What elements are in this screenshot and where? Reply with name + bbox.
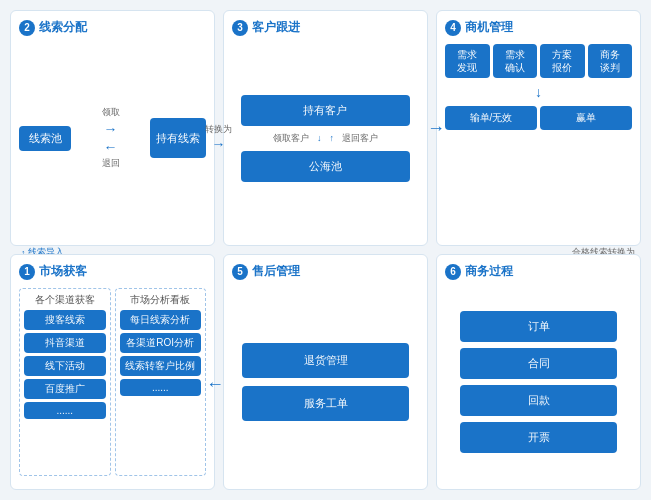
panel4-num: 1: [19, 264, 35, 280]
item-more1: ......: [24, 402, 106, 419]
stage-negotiation: 商务谈判: [588, 44, 633, 78]
panel1-content: 线索池 领取 → ← 退回 持有线索: [19, 44, 206, 232]
lead-arrows: 领取 → ← 退回: [102, 106, 120, 170]
right-arrow-icon2: →: [427, 118, 445, 138]
panel6-title-text: 商务过程: [465, 263, 513, 280]
panel3-num: 4: [445, 20, 461, 36]
panel4-title: 1 市场获客: [19, 263, 206, 280]
panel-customer-followup: 3 客户跟进 持有客户 领取客户 ↓ ↑ 退回客户 公海池 →: [223, 10, 428, 246]
panel1-title-text: 线索分配: [39, 19, 87, 36]
item-return: 退货管理: [242, 343, 409, 378]
item-service: 服务工单: [242, 386, 409, 421]
right-arrow-icon: →: [212, 136, 226, 152]
panel4-content: 各个渠道获客 搜客线索 抖音渠道 线下活动 百度推广 ...... 市场分析看板…: [19, 288, 206, 476]
owned-leads: 持有线索: [150, 118, 206, 158]
win-deal: 赢单: [540, 106, 632, 130]
return-label: 退回: [102, 157, 120, 170]
item-contract: 合同: [460, 348, 617, 379]
item-more2: ......: [120, 379, 202, 396]
col1-items: 搜客线索 抖音渠道 线下活动 百度推广 ......: [24, 310, 106, 419]
main-container: 2 线索分配 线索池 领取 → ← 退回 持有线索 转换为 →: [0, 0, 651, 500]
arrow-right-icon: →: [104, 121, 118, 137]
outcome-boxes: 输单/无效 赢单: [445, 106, 632, 130]
take-label: 领取: [102, 106, 120, 119]
panel5-title-text: 售后管理: [252, 263, 300, 280]
item-payment: 回款: [460, 385, 617, 416]
market-col2: 市场分析看板 每日线索分析 各渠道ROI分析 线索转客户比例 ......: [115, 288, 207, 476]
panel2-to-3-arrow: →: [427, 118, 445, 139]
panel5-from-6-arrow: ←: [206, 373, 224, 394]
col1-title: 各个渠道获客: [24, 293, 106, 307]
panel6-num: 6: [445, 264, 461, 280]
market-col1: 各个渠道获客 搜客线索 抖音渠道 线下活动 百度推广 ......: [19, 288, 111, 476]
item-baidu: 百度推广: [24, 379, 106, 399]
item-daily-analysis: 每日线索分析: [120, 310, 202, 330]
customer-arrows: 领取客户 ↓ ↑ 退回客户: [273, 132, 378, 145]
col2-items: 每日线索分析 各渠道ROI分析 线索转客户比例 ......: [120, 310, 202, 396]
col2-title: 市场分析看板: [120, 293, 202, 307]
panel4-title-text: 市场获客: [39, 263, 87, 280]
panel-lead-distribution: 2 线索分配 线索池 领取 → ← 退回 持有线索 转换为 →: [10, 10, 215, 246]
panel3-title-text: 商机管理: [465, 19, 513, 36]
panel6-content: 订单 合同 回款 开票: [445, 288, 632, 476]
panel6-title: 6 商务过程: [445, 263, 632, 280]
panel2-num: 3: [232, 20, 248, 36]
panel1-num: 2: [19, 20, 35, 36]
panel5-title: 5 售后管理: [232, 263, 419, 280]
public-pool: 公海池: [241, 151, 409, 182]
take-customer-label: 领取客户: [273, 132, 309, 145]
item-invoice: 开票: [460, 422, 617, 453]
panel-aftersales: 5 售后管理 退货管理 服务工单 ←: [223, 254, 428, 490]
down-arrow-icon: ↓: [317, 133, 322, 143]
lead-pool-box: 线索池: [19, 126, 71, 151]
bottom-row: 1 市场获客 各个渠道获客 搜客线索 抖音渠道 线下活动 百度推广 ......…: [10, 254, 641, 490]
panel1-title: 2 线索分配: [19, 19, 206, 36]
panel2-title: 3 客户跟进: [232, 19, 419, 36]
panel5-num: 5: [232, 264, 248, 280]
stage-proposal: 方案报价: [540, 44, 585, 78]
stage-need-discovery: 需求发现: [445, 44, 490, 78]
stage-down-arrow: ↓: [535, 84, 542, 100]
lose-deal: 输单/无效: [445, 106, 537, 130]
opportunity-stages: 需求发现 需求确认 方案报价 商务谈判: [445, 44, 632, 78]
convert-arrow: 转换为 →: [205, 123, 232, 152]
panel2-content: 持有客户 领取客户 ↓ ↑ 退回客户 公海池: [232, 44, 419, 232]
item-conversion-rate: 线索转客户比例: [120, 356, 202, 376]
top-row: 2 线索分配 线索池 领取 → ← 退回 持有线索 转换为 →: [10, 10, 641, 246]
item-offline: 线下活动: [24, 356, 106, 376]
stage-need-confirm: 需求确认: [493, 44, 538, 78]
return-customer-label: 退回客户: [342, 132, 378, 145]
up-arrow-icon2: ↑: [330, 133, 335, 143]
owned-customer: 持有客户: [241, 95, 409, 126]
panel-market: 1 市场获客 各个渠道获客 搜客线索 抖音渠道 线下活动 百度推广 ......…: [10, 254, 215, 490]
convert-label: 转换为: [205, 123, 232, 136]
panel3-content: 需求发现 需求确认 方案报价 商务谈判 ↓ 输单/无效 赢单: [445, 44, 632, 232]
item-order: 订单: [460, 311, 617, 342]
item-search-leads: 搜客线索: [24, 310, 106, 330]
panel5-content: 退货管理 服务工单: [232, 288, 419, 476]
panel-opportunity: 4 商机管理 需求发现 需求确认 方案报价 商务谈判 ↓ 输单/无效 赢单: [436, 10, 641, 246]
item-channel-roi: 各渠道ROI分析: [120, 333, 202, 353]
arrow-left-icon: ←: [104, 139, 118, 155]
panel3-title: 4 商机管理: [445, 19, 632, 36]
item-douyin: 抖音渠道: [24, 333, 106, 353]
left-arrow-icon: ←: [206, 373, 224, 393]
down-arrow-row: ↓: [445, 84, 632, 100]
panel-commerce: 6 商务过程 订单 合同 回款 开票: [436, 254, 641, 490]
lead-pool: 线索池: [19, 126, 71, 151]
panel2-title-text: 客户跟进: [252, 19, 300, 36]
